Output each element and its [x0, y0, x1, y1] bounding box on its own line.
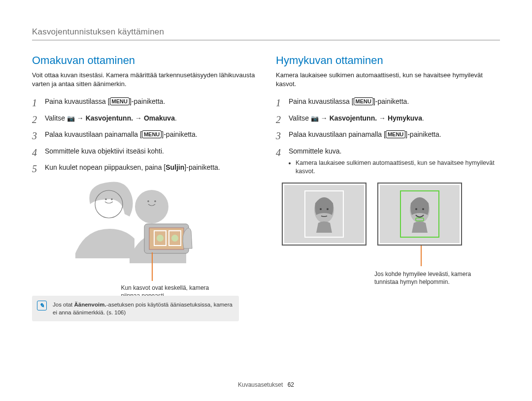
right-illustration — [282, 183, 500, 246]
svg-point-10 — [157, 235, 164, 242]
camera-icon: 📷 — [311, 115, 319, 122]
step-text: Palaa kuvaustilaan painamalla [ — [289, 130, 386, 138]
menu-label-icon: MENU — [142, 130, 162, 138]
step-text: Paina kuvaustilassa [ — [289, 97, 354, 105]
detect-frame-smile — [377, 183, 462, 246]
step-text: Palaa kuvaustilaan painamalla [ — [45, 130, 142, 138]
footer-section: Kuvausasetukset — [238, 381, 283, 388]
step-text: Valitse — [45, 114, 67, 122]
detect-frame-neutral — [282, 183, 366, 246]
svg-point-4 — [147, 201, 148, 202]
right-column: Hymykuvan ottaminen Kamera laukaisee sul… — [276, 54, 500, 321]
right-step-3: Palaa kuvaustilaan painamalla [MENU]-pai… — [276, 130, 500, 140]
left-illustration: Kun kasvot ovat keskellä, kamera piippaa… — [58, 180, 231, 263]
step-text: ]-painiketta. — [130, 97, 165, 105]
step-text: . — [422, 114, 424, 122]
svg-point-16 — [415, 208, 417, 210]
svg-point-5 — [154, 201, 155, 202]
note-icon: ✎ — [37, 301, 47, 310]
svg-point-3 — [111, 199, 112, 200]
right-step-4: Sommittele kuva. Kamera laukaisee sulkim… — [276, 147, 500, 176]
step-text: Sommittele kuva objektiivi itseäsi kohti… — [45, 147, 164, 155]
face-neutral-icon — [309, 194, 339, 234]
step-text: Paina kuvaustilassa [ — [45, 97, 110, 105]
left-section-title: Omakuvan ottaminen — [32, 54, 256, 67]
step-bold: Suljin — [166, 163, 184, 171]
left-column: Omakuvan ottaminen Voit ottaa kuvan itse… — [32, 54, 256, 321]
note-box: ✎ Jos otat Äänenvoim.-asetuksen pois käy… — [32, 296, 239, 321]
selfie-illustration — [70, 180, 218, 263]
right-intro: Kamera laukaisee sulkimen automaattisest… — [276, 71, 500, 88]
detect-box-white — [304, 190, 344, 238]
svg-point-2 — [105, 199, 106, 200]
menu-label-icon: MENU — [386, 130, 405, 138]
left-steps: Paina kuvaustilassa [MENU]-painiketta. V… — [32, 97, 256, 173]
face-smile-icon — [405, 194, 434, 234]
page-header: Kasvojentunnistuksen käyttäminen — [32, 27, 500, 40]
svg-point-11 — [171, 235, 178, 242]
left-step-1: Paina kuvaustilassa [MENU]-painiketta. — [32, 97, 256, 107]
step-text: ]-painiketta. — [405, 130, 441, 138]
note-bold: Äänenvoim. — [74, 302, 106, 308]
footer-page-number: 62 — [288, 381, 294, 388]
page-footer: Kuvausasetukset 62 — [0, 381, 532, 388]
right-step-4-sub: Kamera laukaisee sulkimen automaattisest… — [296, 159, 500, 176]
svg-point-14 — [327, 208, 329, 210]
right-step-1: Paina kuvaustilassa [MENU]-painiketta. — [276, 97, 500, 107]
step-text: Kun kuulet nopean piippauksen, paina [ — [45, 163, 166, 171]
menu-label-icon: MENU — [110, 97, 130, 105]
left-intro: Voit ottaa kuvan itsestäsi. Kamera määri… — [32, 71, 256, 88]
right-steps: Paina kuvaustilassa [MENU]-painiketta. V… — [276, 97, 500, 176]
camera-icon: 📷 — [67, 115, 75, 122]
svg-point-13 — [320, 208, 322, 210]
callout-line — [152, 252, 153, 281]
right-step-2: Valitse 📷 → Kasvojentunn. → Hymykuva. — [276, 114, 500, 123]
step-text: Valitse — [289, 114, 311, 122]
left-step-4: Sommittele kuva objektiivi itseäsi kohti… — [32, 147, 256, 156]
step-text: ]-painiketta. — [184, 163, 220, 171]
left-step-3: Palaa kuvaustilaan painamalla [MENU]-pai… — [32, 130, 256, 140]
svg-point-0 — [135, 190, 168, 223]
svg-point-17 — [422, 208, 424, 210]
callout-line — [421, 246, 422, 266]
right-callout: Jos kohde hymyilee leveästi, kamera tunn… — [374, 270, 483, 286]
menu-label-icon: MENU — [354, 97, 373, 105]
right-section-title: Hymykuvan ottaminen — [276, 54, 500, 67]
left-step-5: Kun kuulet nopean piippauksen, paina [Su… — [32, 163, 256, 173]
step-bold: → Kasvojentunn. → Hymykuva — [319, 114, 422, 122]
left-step-2: Valitse 📷 → Kasvojentunn. → Omakuva. — [32, 114, 256, 123]
note-text: Jos otat — [53, 302, 74, 308]
step-text: Sommittele kuva. — [289, 147, 341, 155]
step-text: . — [175, 114, 177, 122]
step-bold: → Kasvojentunn. → Omakuva — [75, 114, 175, 122]
detect-box-green — [400, 190, 439, 238]
step-text: ]-painiketta. — [162, 130, 197, 138]
step-text: ]-painiketta. — [373, 97, 409, 105]
